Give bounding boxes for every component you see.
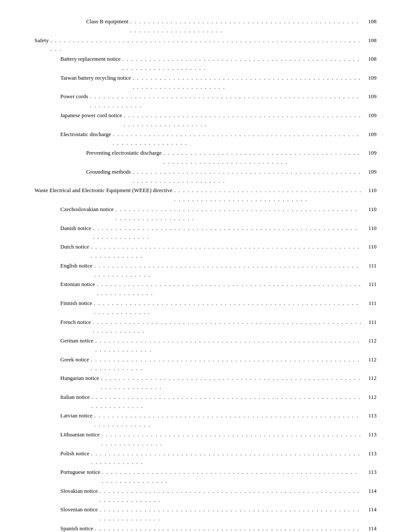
toc-dots: . . . . . . . . . . . . . . . . . . . . …: [128, 17, 364, 35]
toc-label: Battery replacement notice: [60, 55, 121, 64]
toc-page-number: 109: [364, 111, 377, 120]
toc-label: Slovenian notice: [60, 505, 98, 514]
toc-page-number: 108: [364, 17, 377, 26]
toc-page-number: 110: [364, 243, 377, 252]
toc-label: Power cords: [60, 92, 88, 101]
toc-label: Danish notice: [60, 224, 91, 233]
toc-page-number: 109: [364, 74, 377, 83]
toc-label: Grounding methods: [86, 168, 131, 177]
toc-label: Polish notice: [60, 449, 90, 458]
toc-page-number: 109: [364, 149, 377, 158]
toc-dots: . . . . . . . . . . . . . . . . . . . . …: [131, 74, 364, 92]
toc-label: Class B equipment: [86, 17, 128, 26]
toc-label: Taiwan battery recycling notice: [60, 74, 131, 83]
toc-page-number: 114: [364, 487, 377, 496]
toc-label: Italian notice: [60, 393, 90, 402]
toc-entry: Slovakian notice. . . . . . . . . . . . …: [34, 487, 377, 505]
toc-label: Waste Electrical and Electronic Equipmen…: [34, 186, 172, 195]
toc-entry: Grounding methods. . . . . . . . . . . .…: [34, 168, 377, 186]
toc-label: Dutch notice: [60, 243, 89, 252]
toc-page-number: 111: [364, 318, 377, 327]
toc-page-number: 114: [364, 505, 377, 514]
toc-page-number: 108: [364, 36, 377, 45]
toc-page-number: 111: [364, 299, 377, 308]
toc-page-number: 109: [364, 130, 377, 139]
toc-page-number: 110: [364, 186, 377, 195]
toc-dots: . . . . . . . . . . . . . . . . . . . . …: [93, 261, 364, 280]
toc-label: Spanish notice: [60, 524, 93, 532]
toc-dots: . . . . . . . . . . . . . . . . . . . . …: [90, 449, 364, 467]
toc-dots: . . . . . . . . . . . . . . . . . . . . …: [89, 355, 364, 373]
toc-page-number: 110: [364, 224, 377, 233]
toc-dots: . . . . . . . . . . . . . . . . . . . . …: [92, 299, 364, 317]
toc-entry: Danish notice. . . . . . . . . . . . . .…: [34, 224, 377, 242]
toc-dots: . . . . . . . . . . . . . . . . . . . . …: [172, 186, 364, 204]
toc-page-number: 109: [364, 168, 377, 177]
toc-label: Czechoslovakian notice: [60, 205, 114, 214]
toc-label: Lithuanian notice: [60, 430, 100, 439]
toc-entry: Preventing electrostatic discharge. . . …: [34, 149, 377, 167]
toc-dots: . . . . . . . . . . . . . . . . . . . . …: [98, 487, 364, 505]
toc-page-number: 112: [364, 393, 377, 402]
toc-dots: . . . . . . . . . . . . . . . . . . . . …: [49, 36, 364, 54]
toc-label: English notice: [60, 261, 93, 271]
toc-entry: Spanish notice. . . . . . . . . . . . . …: [34, 524, 377, 532]
toc-page-number: 113: [364, 468, 377, 477]
toc-entry: Taiwan battery recycling notice. . . . .…: [34, 74, 377, 92]
toc-dots: . . . . . . . . . . . . . . . . . . . . …: [88, 92, 364, 110]
toc-page-number: 112: [364, 336, 377, 345]
toc-dots: . . . . . . . . . . . . . . . . . . . . …: [162, 149, 364, 167]
toc-entry: Italian notice. . . . . . . . . . . . . …: [34, 393, 377, 411]
toc-entry: Electrostatic discharge. . . . . . . . .…: [34, 130, 377, 148]
toc-dots: . . . . . . . . . . . . . . . . . . . . …: [95, 280, 364, 298]
toc-page-number: 112: [364, 355, 377, 364]
toc-entry: Czechoslovakian notice. . . . . . . . . …: [34, 205, 377, 223]
toc-entry: German notice. . . . . . . . . . . . . .…: [34, 336, 377, 355]
toc-dots: . . . . . . . . . . . . . . . . . . . . …: [122, 111, 364, 129]
toc-page-number: 109: [364, 92, 377, 101]
toc-page-number: 113: [364, 430, 377, 439]
toc-label: Latvian notice: [60, 411, 93, 420]
toc-label: Estonian notice: [60, 280, 95, 289]
toc-entry: Class B equipment. . . . . . . . . . . .…: [34, 17, 377, 35]
toc-entry: Battery replacement notice. . . . . . . …: [34, 55, 377, 73]
toc-entry: Finnish notice. . . . . . . . . . . . . …: [34, 299, 377, 317]
toc-label: Portuguese notice: [60, 468, 100, 477]
toc-entry: Greek notice. . . . . . . . . . . . . . …: [34, 355, 377, 373]
toc-page-number: 112: [364, 374, 377, 383]
toc-dots: . . . . . . . . . . . . . . . . . . . . …: [121, 55, 364, 73]
toc-page-number: 114: [364, 524, 377, 532]
toc-entry: French notice. . . . . . . . . . . . . .…: [34, 318, 377, 336]
toc-page-number: 111: [364, 261, 377, 271]
toc-entry: Japanese power cord notice. . . . . . . …: [34, 111, 377, 129]
toc-page-number: 113: [364, 449, 377, 458]
toc-label: German notice: [60, 336, 93, 345]
toc-dots: . . . . . . . . . . . . . . . . . . . . …: [93, 411, 364, 429]
toc-entry: English notice. . . . . . . . . . . . . …: [34, 261, 377, 280]
toc-label: Safety: [34, 36, 49, 45]
toc-page-number: 113: [364, 411, 377, 420]
toc-dots: . . . . . . . . . . . . . . . . . . . . …: [93, 524, 364, 532]
toc-dots: . . . . . . . . . . . . . . . . . . . . …: [89, 243, 364, 261]
toc-dots: . . . . . . . . . . . . . . . . . . . . …: [91, 318, 364, 336]
toc-label: Slovakian notice: [60, 487, 98, 496]
toc-entry: Dutch notice. . . . . . . . . . . . . . …: [34, 243, 377, 261]
toc-label: Japanese power cord notice: [60, 111, 122, 120]
toc-entry: Latvian notice. . . . . . . . . . . . . …: [34, 411, 377, 429]
toc-dots: . . . . . . . . . . . . . . . . . . . . …: [91, 224, 364, 242]
toc-list: Class B equipment. . . . . . . . . . . .…: [34, 17, 377, 532]
toc-entry: Portuguese notice. . . . . . . . . . . .…: [34, 468, 377, 486]
toc-page-number: 108: [364, 55, 377, 64]
toc-dots: . . . . . . . . . . . . . . . . . . . . …: [100, 430, 364, 448]
toc-entry: Hungarian notice. . . . . . . . . . . . …: [34, 374, 377, 392]
toc-dots: . . . . . . . . . . . . . . . . . . . . …: [98, 505, 364, 523]
toc-label: Finnish notice: [60, 299, 92, 308]
toc-label: Greek notice: [60, 355, 89, 364]
toc-page-number: 111: [364, 280, 377, 289]
toc-entry: Polish notice. . . . . . . . . . . . . .…: [34, 449, 377, 467]
toc-entry: Safety. . . . . . . . . . . . . . . . . …: [34, 36, 377, 54]
toc-label: Electrostatic discharge: [60, 130, 111, 139]
toc-page-number: 110: [364, 205, 377, 214]
page-content: Class B equipment. . . . . . . . . . . .…: [0, 0, 411, 532]
toc-dots: . . . . . . . . . . . . . . . . . . . . …: [114, 205, 364, 223]
